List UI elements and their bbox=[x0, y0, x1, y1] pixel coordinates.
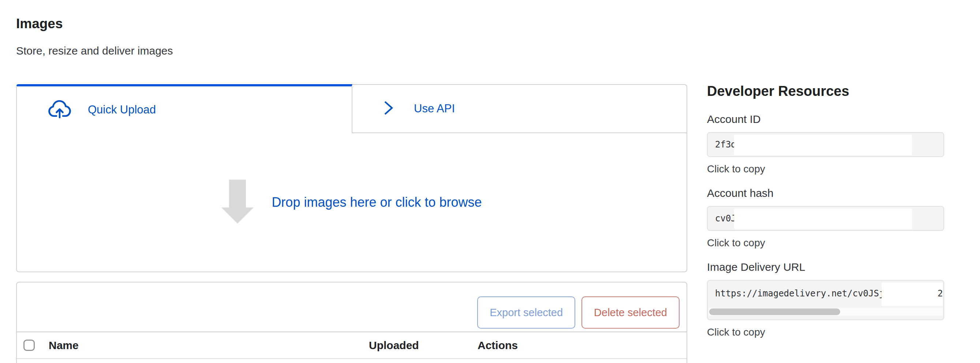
tab-use-api-label: Use API bbox=[414, 102, 455, 115]
column-header-name: Name bbox=[49, 332, 79, 358]
select-all-checkbox[interactable] bbox=[24, 339, 35, 351]
dropzone-label: Drop images here or click to browse bbox=[272, 195, 482, 210]
tab-quick-upload-label: Quick Upload bbox=[88, 103, 156, 116]
export-selected-button[interactable]: Export selected bbox=[477, 296, 575, 329]
account-id-value: 2f3d bbox=[708, 139, 736, 150]
table-header-row: Name Uploaded Actions bbox=[17, 331, 687, 359]
column-header-actions: Actions bbox=[477, 332, 518, 358]
account-hash-label: Account hash bbox=[707, 186, 944, 200]
redaction-overlay bbox=[734, 209, 912, 229]
tab-use-api[interactable]: Use API bbox=[352, 84, 687, 133]
redaction-overlay bbox=[881, 282, 943, 306]
image-list-panel: Export selected Delete selected Name Upl… bbox=[16, 282, 687, 363]
upload-tabs: Quick Upload Use API bbox=[16, 84, 687, 133]
image-delivery-url-value: https://imagedelivery.net/cv0JSj bbox=[708, 281, 884, 299]
column-header-uploaded: Uploaded bbox=[369, 332, 419, 358]
account-id-field[interactable]: 2f3d bbox=[707, 132, 944, 157]
redacted-value-fragment: 2 bbox=[937, 288, 943, 299]
image-delivery-url-label: Image Delivery URL bbox=[707, 260, 944, 274]
redaction-overlay bbox=[734, 135, 912, 155]
horizontal-scrollbar-thumb[interactable] bbox=[709, 309, 840, 315]
upload-panel: Drop images here or click to browse bbox=[16, 133, 687, 272]
page-title: Images bbox=[16, 16, 63, 32]
account-hash-block: Account hash cv0J Click to copy bbox=[707, 186, 944, 248]
drop-arrow-icon bbox=[221, 180, 254, 225]
dropzone[interactable]: Drop images here or click to browse bbox=[17, 133, 687, 272]
account-hash-value: cv0J bbox=[708, 213, 736, 224]
account-id-hint: Click to copy bbox=[707, 164, 944, 175]
delete-selected-button[interactable]: Delete selected bbox=[581, 296, 679, 329]
image-delivery-url-block: Image Delivery URL https://imagedelivery… bbox=[707, 260, 944, 338]
account-id-block: Account ID 2f3d Click to copy bbox=[707, 112, 944, 175]
list-toolbar: Export selected Delete selected bbox=[477, 296, 679, 329]
image-delivery-url-hint: Click to copy bbox=[707, 327, 944, 338]
account-hash-field[interactable]: cv0J bbox=[707, 206, 944, 231]
chevron-right-icon bbox=[380, 99, 396, 119]
account-id-label: Account ID bbox=[707, 112, 944, 126]
sidebar-title: Developer Resources bbox=[707, 83, 850, 99]
tab-quick-upload[interactable]: Quick Upload bbox=[16, 84, 352, 133]
cloud-upload-icon bbox=[48, 97, 72, 123]
image-delivery-url-field[interactable]: https://imagedelivery.net/cv0JSj 2 bbox=[707, 280, 944, 320]
account-hash-hint: Click to copy bbox=[707, 237, 944, 248]
images-page: Images Store, resize and deliver images … bbox=[0, 0, 980, 363]
page-subtitle: Store, resize and deliver images bbox=[16, 45, 173, 57]
